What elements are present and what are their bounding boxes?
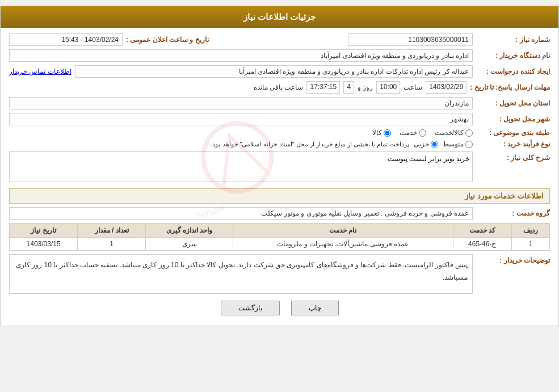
org-name-label: نام دستگاه خریدار :: [476, 52, 550, 60]
cell-unit: سری: [146, 238, 233, 251]
back-button[interactable]: بازگشت: [221, 301, 280, 315]
contact-info-link[interactable]: اطلاعات تماس خریدار: [9, 68, 72, 75]
deadline-time: 10:00: [376, 81, 400, 94]
service-group-value: عمده فروشی و خرده فروشی : تعمیر وسایل نق…: [9, 207, 473, 220]
purchase-type-row: متوسط جزیی پرداخت تمام یا بخشی از مبلغ خ…: [211, 140, 473, 148]
creator-value: عبداله کر رئیس اداره تدارکات اداره بنادر…: [75, 65, 473, 78]
category-option-kala[interactable]: کالا: [372, 129, 391, 137]
print-button[interactable]: چاپ: [291, 301, 339, 315]
header-title: جزئیات اطلاعات نیاز: [243, 12, 316, 22]
province-label: استان محل تحویل :: [476, 99, 550, 107]
cell-quantity: 1: [78, 238, 146, 251]
col-header-code: کد خدمت: [453, 224, 511, 238]
need-number-label: شماره نیاز :: [476, 36, 550, 44]
services-section-header: اطلاعات خدمات مورد نیاز: [9, 188, 550, 204]
service-group-label: گروه خدمت :: [476, 209, 550, 217]
col-header-name: نام خدمت: [233, 224, 453, 238]
deadline-date: 1403/02/29: [426, 81, 466, 94]
col-header-unit: واحد اندازه گیری: [146, 224, 233, 238]
page-header: جزئیات اطلاعات نیاز: [1, 6, 558, 28]
notes-label: توضیحات خریدار :: [476, 254, 550, 264]
category-option-khedmat[interactable]: خدمت: [400, 129, 426, 137]
need-number-value: 1103003635000011: [348, 33, 473, 46]
description-label: شرح کلی نیاز :: [476, 151, 550, 162]
cell-code: ج-46-465: [453, 238, 511, 251]
category-radio-group: کالا/خدمت خدمت کالا: [372, 129, 473, 137]
table-row: 1 ج-46-465 عمده فروشی ماشین‌آلات، تجهیزا…: [10, 238, 550, 251]
purchase-type-note: پرداخت تمام یا بخشی از مبلغ خریدار از مح…: [211, 141, 409, 148]
description-textarea[interactable]: خرید تونر برابر لیست پیوست: [9, 151, 473, 182]
deadline-time-label: ساعت: [404, 83, 422, 91]
deadline-remaining-label: ساعت باقی مانده: [254, 83, 304, 91]
announcement-datetime: 1403/02/24 - 15:43: [9, 33, 123, 46]
org-name-value: اداره بنادر و دریانوردی و منطقه ویژه اقت…: [9, 49, 473, 62]
col-header-row: ردیف: [511, 224, 549, 238]
date-time-label: تاریخ و ساعت اعلان عمومی :: [126, 36, 209, 44]
purchase-type-label: نوع فرآیند خرید :: [476, 140, 550, 148]
cell-name: عمده فروشی ماشین‌آلات، تجهیزات و ملزومات: [233, 238, 453, 251]
services-table: ردیف کد خدمت نام خدمت واحد اندازه گیری ت…: [9, 223, 550, 251]
deadline-days: 4: [343, 81, 354, 94]
cell-date: 1403/03/15: [10, 238, 78, 251]
city-label: شهر محل تحویل :: [476, 115, 550, 123]
category-label: طبقه بندی موضوعی :: [476, 129, 550, 137]
notes-content: پیش فاکتور الزامیست. فقط شرکت‌ها و فروشگ…: [9, 254, 473, 294]
city-value: بهشهر: [9, 113, 473, 125]
deadline-days-label: روز و: [358, 83, 373, 91]
action-buttons: چاپ بازگشت: [9, 301, 550, 315]
category-option-kala-khedmat[interactable]: کالا/خدمت: [435, 129, 473, 137]
deadline-label: مهلت ارسال پاسخ: تا تاریخ :: [470, 83, 550, 91]
province-value: مازندران: [9, 97, 473, 109]
col-header-date: تاریخ نیاز: [10, 224, 78, 238]
purchase-type-motavasset[interactable]: متوسط: [443, 140, 473, 148]
deadline-remaining: 17:37:15: [306, 81, 340, 94]
creator-label: ایجاد کننده درخواست :: [476, 68, 550, 75]
col-header-quantity: تعداد / مقدار: [78, 224, 146, 238]
cell-row: 1: [511, 238, 549, 251]
purchase-type-jozi[interactable]: جزیی: [414, 140, 438, 148]
